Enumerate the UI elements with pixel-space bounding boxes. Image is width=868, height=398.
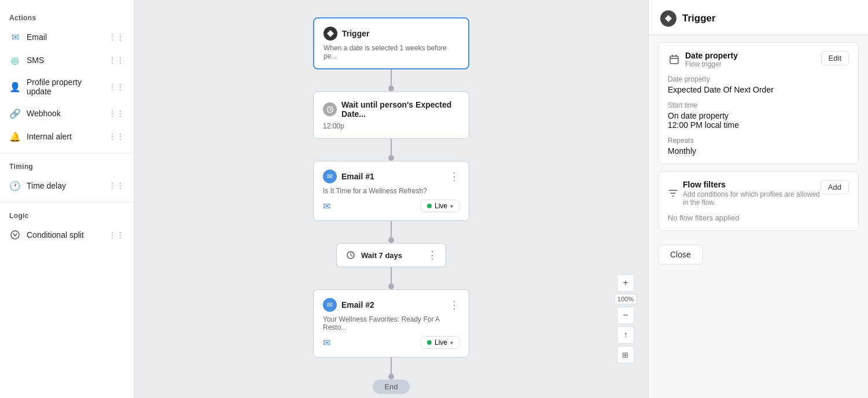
drag-handle-webhook[interactable]: ⋮⋮ bbox=[108, 109, 124, 118]
sidebar-delay-label: Time delay bbox=[27, 181, 66, 190]
actions-section-title: Actions bbox=[0, 9, 134, 25]
split-icon bbox=[9, 229, 21, 241]
zoom-out-button[interactable]: − bbox=[617, 307, 634, 324]
drag-handle-alert[interactable]: ⋮⋮ bbox=[108, 132, 124, 141]
sidebar-item-time-delay[interactable]: 🕐 Time delay ⋮⋮ bbox=[0, 174, 134, 197]
email2-envelope-icon: ✉ bbox=[323, 337, 330, 348]
date-property-card-header: Date property Flow trigger Edit bbox=[668, 51, 849, 68]
wait-until-title: Wait until person's Expected Date... bbox=[341, 100, 459, 119]
start-time-value: On date property12:00 PM local time bbox=[668, 111, 849, 130]
flow-filters-icon-title: Flow filters Add conditions for which pr… bbox=[668, 180, 821, 207]
drag-handle-split[interactable]: ⋮⋮ bbox=[108, 230, 124, 239]
date-property-field-label: Date property bbox=[668, 75, 849, 83]
email1-node[interactable]: ✉ Email #1 ⋮ Is It Time for a Wellness R… bbox=[313, 161, 469, 221]
connector-4 bbox=[391, 267, 392, 283]
sidebar-profile-label: Profile property update bbox=[27, 78, 108, 96]
email1-title: Email #1 bbox=[341, 172, 444, 181]
email1-live-badge[interactable]: Live ▾ bbox=[421, 200, 459, 212]
delay-icon: 🕐 bbox=[9, 180, 21, 191]
wait-until-node[interactable]: Wait until person's Expected Date... 12:… bbox=[313, 91, 469, 139]
flow-filters-desc: Add conditions for which profiles are al… bbox=[683, 190, 821, 207]
connector-2 bbox=[391, 139, 392, 155]
drag-handle-sms[interactable]: ⋮⋮ bbox=[108, 56, 124, 65]
no-filters-text: No flow filters applied bbox=[668, 213, 849, 222]
zoom-grid-button[interactable]: ⊞ bbox=[617, 346, 634, 363]
wait7-node[interactable]: Wait 7 days ⋮ bbox=[336, 243, 446, 267]
email2-bottom-row: ✉ Live ▾ bbox=[323, 336, 459, 349]
sidebar-item-internal-alert[interactable]: 🔔 Internal alert ⋮⋮ bbox=[0, 125, 134, 148]
sidebar-divider-2 bbox=[0, 202, 134, 202]
svg-marker-1 bbox=[327, 30, 334, 37]
email1-icon: ✉ bbox=[323, 169, 337, 183]
connector-dot-1 bbox=[388, 86, 394, 91]
wait7-menu[interactable]: ⋮ bbox=[427, 250, 437, 260]
right-panel-trigger-icon bbox=[660, 10, 676, 27]
email1-menu[interactable]: ⋮ bbox=[449, 171, 459, 182]
svg-marker-4 bbox=[665, 15, 672, 22]
right-panel-title: Trigger bbox=[682, 13, 716, 24]
drag-handle-email[interactable]: ⋮⋮ bbox=[108, 32, 124, 42]
sidebar-item-email[interactable]: ✉ Email ⋮⋮ bbox=[0, 25, 134, 49]
connector-dot-5 bbox=[388, 374, 394, 379]
sidebar-item-webhook[interactable]: 🔗 Webhook ⋮⋮ bbox=[0, 102, 134, 125]
sidebar-item-sms[interactable]: ◎ SMS ⋮⋮ bbox=[0, 49, 134, 72]
profile-icon: 👤 bbox=[9, 81, 21, 93]
sidebar-divider-1 bbox=[0, 153, 134, 153]
trigger-node-title: Trigger bbox=[342, 29, 459, 38]
connector-3 bbox=[391, 221, 392, 237]
email1-bottom-row: ✉ Live ▾ bbox=[323, 200, 459, 212]
drag-handle-delay[interactable]: ⋮⋮ bbox=[108, 181, 124, 190]
flow-canvas[interactable]: Trigger When a date is selected 1 weeks … bbox=[134, 0, 648, 398]
email2-icon: ✉ bbox=[323, 298, 337, 312]
connector-1 bbox=[391, 69, 392, 86]
email1-subtitle: Is It Time for a Wellness Refresh? bbox=[323, 187, 459, 195]
email2-menu[interactable]: ⋮ bbox=[449, 300, 459, 310]
logic-section-title: Logic bbox=[0, 207, 134, 223]
email1-chevron-icon: ▾ bbox=[450, 203, 453, 209]
svg-rect-5 bbox=[670, 56, 678, 64]
alert-icon: 🔔 bbox=[9, 131, 21, 142]
zoom-controls: + 100% − ↑ ⊞ bbox=[615, 274, 637, 363]
date-property-edit-button[interactable]: Edit bbox=[821, 51, 849, 65]
drag-handle-profile[interactable]: ⋮⋮ bbox=[108, 82, 124, 91]
timing-section-title: Timing bbox=[0, 158, 134, 174]
close-btn-row: Close bbox=[649, 238, 868, 271]
svg-point-0 bbox=[11, 231, 19, 239]
email2-live-badge[interactable]: Live ▾ bbox=[421, 336, 459, 349]
zoom-fit-button[interactable]: ↑ bbox=[617, 326, 634, 344]
start-time-label: Start time bbox=[668, 101, 849, 109]
trigger-node-subtitle: When a date is selected 1 weeks before p… bbox=[323, 44, 459, 60]
sidebar-webhook-label: Webhook bbox=[27, 109, 61, 118]
date-property-title: Date property bbox=[685, 51, 738, 60]
flow-filters-title: Flow filters bbox=[683, 180, 821, 189]
email2-node[interactable]: ✉ Email #2 ⋮ Your Wellness Favorites: Re… bbox=[313, 289, 469, 358]
email2-subtitle: Your Wellness Favorites: Ready For A Res… bbox=[323, 315, 459, 331]
flow-filters-add-button[interactable]: Add bbox=[821, 180, 849, 194]
email1-live-label: Live bbox=[435, 202, 447, 210]
wait-until-subtitle: 12:00p bbox=[323, 122, 459, 130]
sidebar-item-profile[interactable]: 👤 Profile property update ⋮⋮ bbox=[0, 72, 134, 102]
date-property-field-value: Expected Date Of Next Order bbox=[668, 85, 849, 94]
connector-dot-3 bbox=[388, 237, 394, 243]
close-button[interactable]: Close bbox=[658, 245, 703, 264]
email2-chevron-icon: ▾ bbox=[450, 340, 453, 346]
flow-container: Trigger When a date is selected 1 weeks … bbox=[313, 17, 469, 394]
repeats-value: Monthly bbox=[668, 146, 849, 156]
sidebar-item-conditional-split[interactable]: Conditional split ⋮⋮ bbox=[0, 223, 134, 246]
wait7-title: Wait 7 days bbox=[361, 251, 422, 260]
connector-dot-4 bbox=[388, 283, 394, 289]
connector-dot-2 bbox=[388, 155, 394, 161]
email-icon: ✉ bbox=[9, 31, 21, 43]
email2-title: Email #2 bbox=[341, 300, 444, 309]
flow-filters-header: Flow filters Add conditions for which pr… bbox=[668, 180, 849, 207]
zoom-in-button[interactable]: + bbox=[617, 274, 634, 292]
sidebar-split-label: Conditional split bbox=[27, 230, 84, 239]
sidebar-sms-label: SMS bbox=[27, 56, 44, 65]
wait-until-icon bbox=[323, 102, 337, 116]
trigger-node[interactable]: Trigger When a date is selected 1 weeks … bbox=[313, 17, 469, 69]
calendar-icon bbox=[668, 53, 681, 66]
email1-live-dot bbox=[427, 204, 432, 208]
start-time-field: Start time On date property12:00 PM loca… bbox=[668, 101, 849, 130]
email2-live-label: Live bbox=[435, 338, 447, 347]
date-property-card: Date property Flow trigger Edit Date pro… bbox=[658, 42, 859, 164]
